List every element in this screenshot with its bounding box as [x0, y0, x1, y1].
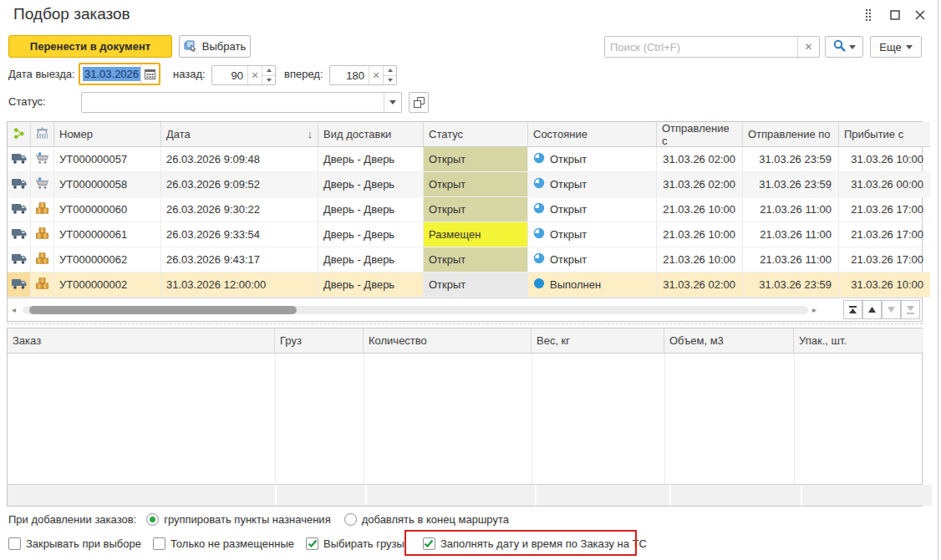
cell-number[interactable]: УТ000000061 — [54, 222, 161, 247]
cell-delivery-type[interactable]: Дверь - Дверь — [318, 147, 424, 172]
column-volume-header[interactable]: Объем, м3 — [664, 328, 794, 354]
column-cargo-header2[interactable]: Груз — [275, 328, 364, 354]
column-arrival-from-header[interactable]: Прибытие с — [839, 122, 930, 147]
table-row[interactable]: УТ00000006126.03.2026 9:33:54Дверь - Две… — [8, 222, 922, 247]
scrollbar-track[interactable] — [23, 306, 808, 314]
cell-cargo-type[interactable] — [31, 222, 54, 247]
radio-group-destinations[interactable] — [146, 513, 159, 526]
cell-departure-to[interactable]: 21.03.26 11:00 — [743, 247, 839, 272]
column-quantity-header[interactable]: Количество — [364, 328, 532, 354]
column-route-header[interactable] — [8, 122, 31, 147]
cell-route[interactable] — [8, 222, 31, 247]
cell-date[interactable]: 26.03.2026 9:30:22 — [161, 197, 318, 222]
checkbox-select-cargo-label[interactable]: Выбирать грузы — [323, 537, 404, 550]
column-departure-from-header[interactable]: Отправление с — [657, 122, 743, 147]
cell-state[interactable]: Выполнен — [528, 272, 657, 298]
column-cargo-header[interactable] — [31, 122, 54, 147]
cell-departure-from[interactable]: 31.03.26 02:00 — [657, 272, 743, 298]
cell-route[interactable] — [8, 272, 31, 298]
radio-append-label[interactable]: добавлять в конец маршрута — [362, 513, 509, 526]
column-state-header[interactable]: Состояние — [528, 122, 657, 147]
cell-state[interactable]: Открыт — [528, 197, 657, 222]
column-packages-header[interactable]: Упак., шт. — [794, 328, 923, 354]
cell-departure-from[interactable]: 31.03.26 02:00 — [657, 172, 743, 197]
column-date-header[interactable]: Дата↓ — [161, 122, 318, 147]
cell-arrival-from[interactable]: 21.03.26 17:00 — [839, 247, 930, 272]
back-spinner[interactable] — [262, 66, 275, 84]
move-to-bottom-button[interactable] — [901, 300, 920, 319]
cell-status[interactable]: Открыт — [424, 272, 528, 298]
column-departure-to-header[interactable]: Отправление по — [743, 122, 839, 147]
forward-spinner[interactable] — [383, 66, 396, 84]
cell-status[interactable]: Открыт — [424, 172, 528, 197]
checkbox-only-unplaced-label[interactable]: Только не размещенные — [170, 537, 294, 550]
status-value[interactable] — [82, 93, 384, 112]
cell-arrival-from[interactable]: 31.03.26 10:00 — [839, 272, 930, 298]
cell-cargo-type[interactable] — [31, 172, 54, 197]
cell-date[interactable]: 26.03.2026 9:09:52 — [161, 172, 318, 197]
cell-state[interactable]: Открыт — [528, 172, 657, 197]
column-weight-header[interactable]: Вес, кг — [532, 328, 664, 354]
cell-status[interactable]: Размещен — [424, 222, 528, 247]
cell-route[interactable] — [8, 247, 31, 272]
status-dropdown-icon[interactable] — [384, 93, 401, 112]
column-status-header[interactable]: Статус — [424, 122, 528, 147]
cell-delivery-type[interactable]: Дверь - Дверь — [318, 197, 424, 222]
more-button[interactable]: Еще — [870, 36, 922, 58]
forward-value[interactable]: 180 — [330, 66, 369, 84]
cell-departure-from[interactable]: 21.03.26 10:00 — [657, 247, 743, 272]
status-combobox[interactable] — [81, 92, 402, 113]
cell-date[interactable]: 31.03.2026 12:00:00 — [161, 272, 318, 298]
move-up-button[interactable] — [862, 300, 882, 319]
scrollbar-thumb[interactable] — [29, 306, 297, 314]
search-input[interactable] — [605, 37, 797, 57]
cell-departure-from[interactable]: 21.03.26 10:00 — [657, 222, 743, 247]
move-down-button[interactable] — [882, 300, 901, 319]
cell-date[interactable]: 26.03.2026 9:43:17 — [161, 247, 318, 272]
cell-number[interactable]: УТ000000002 — [54, 272, 161, 298]
cell-arrival-from[interactable]: 21.03.26 17:00 — [839, 197, 930, 222]
cell-number[interactable]: УТ000000058 — [54, 172, 161, 197]
search-settings-button[interactable] — [825, 36, 863, 58]
radio-group-label[interactable]: группировать пункты назначения — [164, 513, 330, 526]
cell-delivery-type[interactable]: Дверь - Дверь — [318, 272, 424, 298]
checkbox-close-on-select-label[interactable]: Закрывать при выборе — [26, 537, 141, 550]
column-order-header[interactable]: Заказ — [8, 328, 275, 354]
cell-route[interactable] — [8, 172, 31, 197]
table-splitter[interactable] — [7, 323, 923, 324]
cell-arrival-from[interactable]: 31.03.26 00:00 — [839, 172, 930, 197]
table-row[interactable]: УТ00000005826.03.2026 9:09:52Дверь - Две… — [8, 172, 922, 197]
departure-date-value[interactable]: 31.03.2026 — [83, 67, 140, 81]
cell-number[interactable]: УТ000000060 — [54, 197, 161, 222]
cell-delivery-type[interactable]: Дверь - Дверь — [318, 247, 424, 272]
cell-number[interactable]: УТ000000057 — [54, 147, 161, 172]
cell-state[interactable]: Открыт — [528, 147, 657, 172]
cell-delivery-type[interactable]: Дверь - Дверь — [318, 172, 424, 197]
table-row[interactable]: УТ00000000231.03.2026 12:00:00Дверь - Дв… — [8, 272, 922, 298]
cell-departure-from[interactable]: 31.03.26 02:00 — [657, 147, 743, 172]
cell-status[interactable]: Открыт — [424, 197, 528, 222]
search-clear-icon[interactable]: ✕ — [797, 37, 819, 57]
window-more-icon[interactable] — [861, 8, 876, 23]
cell-number[interactable]: УТ000000062 — [54, 247, 161, 272]
maximize-icon[interactable] — [888, 8, 903, 23]
move-to-top-button[interactable] — [843, 300, 862, 319]
scroll-right-icon[interactable]: ▸ — [812, 306, 816, 314]
cell-arrival-from[interactable]: 21.03.26 17:00 — [839, 222, 930, 247]
table-row[interactable]: УТ00000006026.03.2026 9:30:22Дверь - Две… — [8, 197, 922, 222]
cell-departure-to[interactable]: 21.03.26 11:00 — [743, 197, 839, 222]
departure-date-field[interactable]: 31.03.2026 — [79, 63, 160, 85]
cell-cargo-type[interactable] — [31, 197, 54, 222]
cell-departure-to[interactable]: 31.03.26 23:59 — [743, 147, 839, 172]
column-number-header[interactable]: Номер — [54, 122, 161, 147]
calendar-icon[interactable] — [140, 64, 159, 84]
checkbox-select-cargo[interactable] — [306, 537, 318, 550]
cell-departure-to[interactable]: 31.03.26 23:59 — [743, 172, 839, 197]
close-icon[interactable] — [913, 8, 928, 23]
cell-cargo-type[interactable] — [31, 272, 54, 298]
open-status-list-button[interactable] — [409, 92, 429, 113]
scroll-left-icon[interactable]: ◂ — [12, 306, 16, 314]
cell-date[interactable]: 26.03.2026 9:33:54 — [161, 222, 318, 247]
cell-delivery-type[interactable]: Дверь - Дверь — [318, 222, 424, 247]
cell-arrival-from[interactable]: 31.03.26 10:00 — [839, 147, 930, 172]
